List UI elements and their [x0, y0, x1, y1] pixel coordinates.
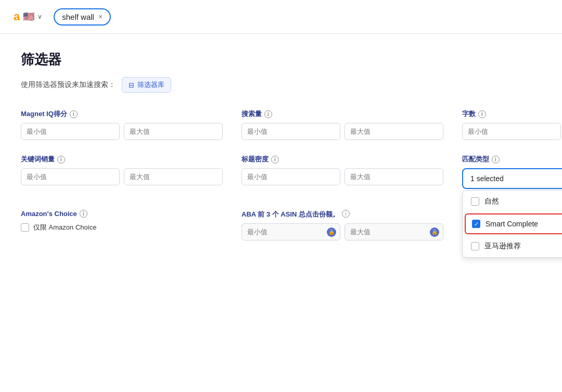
aba-min-input[interactable]: [241, 223, 340, 241]
smart-complete-label: Smart Complete: [486, 220, 538, 228]
aba-min-input-wrapper: 🔒: [241, 223, 340, 241]
match-type-info-icon[interactable]: i: [492, 156, 500, 163]
amazon-choice-checkbox[interactable]: [21, 223, 29, 232]
natural-label: 自然: [484, 197, 499, 206]
title-density-input-row: [241, 168, 443, 185]
word-count-group: 字数 i: [462, 109, 562, 140]
aba-group: ABA 前 3 个 ASIN 总点击份额。 i 🔒 🔒: [241, 210, 443, 241]
search-volume-info-icon[interactable]: i: [264, 110, 272, 118]
smart-complete-checkbox[interactable]: ✓: [472, 220, 480, 228]
filter-library-icon: ⊟: [129, 81, 134, 89]
title-density-info-icon[interactable]: i: [271, 156, 279, 163]
filter-library-label: 筛选器库: [137, 80, 164, 90]
match-type-option-natural[interactable]: 自然: [463, 191, 562, 212]
page-title: 筛选器: [21, 50, 541, 69]
aba-max-input-wrapper: 🔒: [344, 223, 443, 241]
title-density-max-input[interactable]: [344, 168, 443, 185]
amazon-recommend-checkbox[interactable]: [471, 242, 479, 250]
close-tab-button[interactable]: ×: [98, 13, 103, 20]
check-icon: ✓: [474, 221, 479, 227]
magnet-iq-input-row: [21, 123, 223, 140]
magnet-iq-label: Magnet IQ得分 i: [21, 109, 223, 119]
word-count-info-icon[interactable]: i: [478, 110, 486, 118]
aba-min-lock-icon: 🔒: [327, 227, 336, 237]
word-count-label: 字数 i: [462, 109, 562, 119]
amazon-choice-info-icon[interactable]: i: [80, 210, 87, 218]
aba-max-input[interactable]: [344, 223, 443, 241]
keyword-sales-info-icon[interactable]: i: [57, 156, 65, 163]
aba-label-row: ABA 前 3 个 ASIN 总点击份额。 i: [241, 210, 443, 219]
subtitle-row: 使用筛选器预设来加速搜索： ⊟ 筛选器库: [21, 77, 541, 93]
title-density-min-input[interactable]: [241, 168, 340, 185]
search-volume-min-input[interactable]: [241, 123, 340, 140]
magnet-iq-min-input[interactable]: [21, 123, 120, 140]
search-volume-max-input[interactable]: [344, 123, 443, 140]
search-tab[interactable]: shelf wall ×: [54, 8, 111, 26]
magnet-iq-info-icon[interactable]: i: [70, 110, 78, 118]
amazon-recommend-label: 亚马逊推荐: [484, 242, 521, 251]
keyword-sales-min-input[interactable]: [21, 168, 120, 185]
title-density-label: 标题密度 i: [241, 155, 443, 164]
match-type-option-smart-complete[interactable]: ✓ Smart Complete: [465, 213, 562, 234]
search-volume-input-row: [241, 123, 443, 140]
keyword-sales-input-row: [21, 168, 223, 185]
match-type-dropdown-button[interactable]: 1 selected ∧: [462, 168, 562, 189]
amazon-logo-dropdown[interactable]: a 🇺🇸 ∨: [8, 7, 47, 27]
aba-info-icon[interactable]: i: [342, 210, 350, 218]
main-content: 筛选器 使用筛选器预设来加速搜索： ⊟ 筛选器库 Magnet IQ得分 i 搜…: [0, 34, 562, 392]
search-volume-group: 搜索量 i: [241, 109, 443, 140]
amazon-choice-group: Amazon's Choice i 仅限 Amazon Choice: [21, 210, 223, 241]
word-count-input-row: [462, 123, 562, 140]
magnet-iq-max-input[interactable]: [124, 123, 223, 140]
amazon-choice-label: Amazon's Choice i: [21, 210, 223, 218]
match-type-label: 匹配类型 i: [462, 155, 562, 164]
magnet-iq-group: Magnet IQ得分 i: [21, 109, 223, 140]
keyword-sales-max-input[interactable]: [124, 168, 223, 185]
aba-input-row: 🔒 🔒: [241, 223, 443, 241]
search-tab-label: shelf wall: [62, 12, 94, 21]
match-type-group: 匹配类型 i 1 selected ∧ 自然 ✓ Smart Complet: [462, 155, 562, 189]
flag-icon: 🇺🇸: [23, 11, 34, 22]
amazon-icon: a: [14, 10, 20, 23]
aba-label: ABA 前 3 个 ASIN 总点击份额。: [241, 210, 339, 219]
natural-checkbox[interactable]: [471, 197, 479, 206]
amazon-choice-checkbox-row[interactable]: 仅限 Amazon Choice: [21, 223, 223, 232]
match-type-dropdown-menu: 自然 ✓ Smart Complete 亚马逊推荐: [462, 190, 562, 258]
word-count-min-input[interactable]: [462, 123, 561, 140]
keyword-sales-group: 关键词销量 i: [21, 155, 223, 189]
match-type-selected-label: 1 selected: [470, 174, 504, 183]
title-density-group: 标题密度 i: [241, 155, 443, 189]
aba-max-lock-icon: 🔒: [430, 227, 439, 237]
chevron-down-icon: ∨: [37, 13, 42, 20]
subtitle-text: 使用筛选器预设来加速搜索：: [21, 80, 116, 90]
filter-library-button[interactable]: ⊟ 筛选器库: [122, 77, 171, 93]
match-type-option-amazon-recommend[interactable]: 亚马逊推荐: [463, 235, 562, 257]
top-bar: a 🇺🇸 ∨ shelf wall ×: [0, 0, 562, 34]
filter-grid: Magnet IQ得分 i 搜索量 i 字数 i: [21, 109, 541, 241]
amazon-choice-checkbox-label: 仅限 Amazon Choice: [33, 223, 96, 232]
keyword-sales-label: 关键词销量 i: [21, 155, 223, 164]
search-volume-label: 搜索量 i: [241, 109, 443, 119]
